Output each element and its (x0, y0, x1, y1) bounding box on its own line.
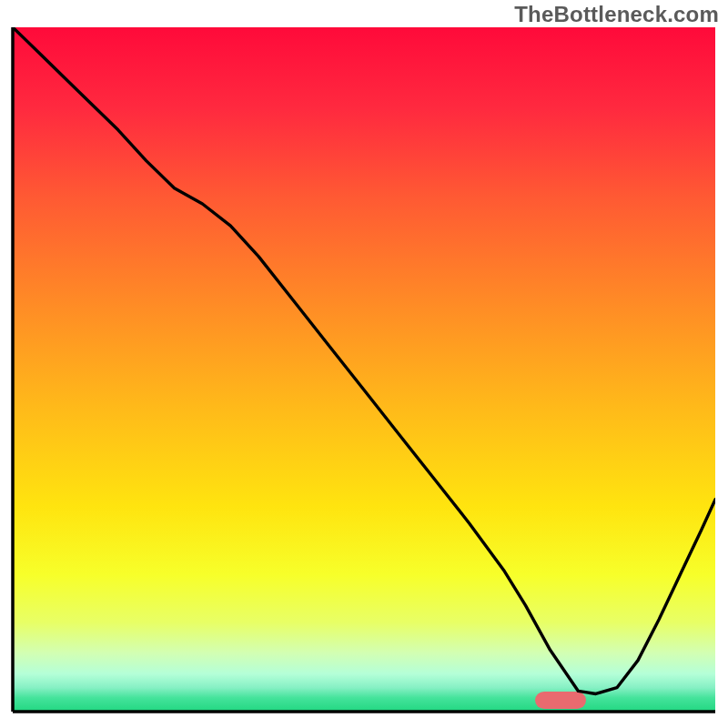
optimal-marker (535, 692, 586, 709)
chart-stage: TheBottleneck.com (0, 0, 728, 728)
watermark-label: TheBottleneck.com (514, 2, 719, 27)
bottleneck-chart (0, 0, 728, 728)
